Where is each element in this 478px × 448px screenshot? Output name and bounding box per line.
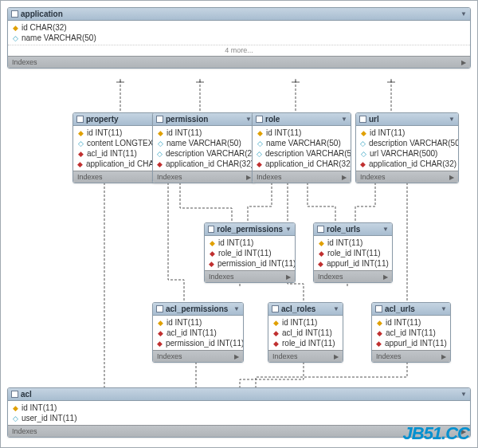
column: ◆role_id INT(11) (268, 338, 343, 348)
table-application[interactable]: application ▼ ◆id CHAR(32) ◇name VARCHAR… (7, 7, 471, 69)
column-text: id INT(11) (167, 318, 202, 327)
column-text: url VARCHAR(500) (370, 149, 437, 158)
collapse-icon[interactable]: ▼ (245, 116, 252, 123)
columns: ◆id INT(11) ◇name VARCHAR(50) ◇descripti… (253, 126, 351, 171)
fk-icon: ◆ (209, 250, 215, 257)
indexes-section[interactable]: Indexes▶ (153, 350, 243, 362)
column-text: name VARCHAR(50) (266, 139, 341, 147)
column-text: acl_id INT(11) (282, 328, 332, 337)
columns: ◆id INT(11) ◇description VARCHAR(50) ◇ur… (356, 126, 458, 171)
table-header[interactable]: acl_permissions▼ (153, 303, 243, 316)
indexes-section[interactable]: Indexes▶ (314, 270, 392, 282)
column-text: acl_id INT(11) (386, 328, 436, 337)
collapse-icon[interactable]: ▼ (449, 116, 455, 123)
table-acl[interactable]: acl▼ ◆id INT(11) ◇user_id INT(11) Indexe… (7, 387, 471, 438)
column: ◇description VARCHAR(200) (153, 148, 255, 159)
collapse-icon[interactable]: ▼ (333, 305, 339, 312)
table-header[interactable]: acl_urls▼ (372, 303, 450, 316)
column-icon: ◇ (157, 140, 163, 147)
table-role[interactable]: role▼ ◆id INT(11) ◇name VARCHAR(50) ◇des… (252, 112, 351, 183)
table-role-permissions[interactable]: role_permissions▼ ◆id INT(11) ◆role_id I… (204, 222, 296, 283)
indexes-section[interactable]: Indexes▶ (268, 350, 343, 362)
column: ◆application_id CHAR(32) (356, 159, 458, 169)
table-icon (156, 305, 163, 312)
expand-icon[interactable]: ▶ (383, 273, 388, 281)
key-icon: ◆ (12, 404, 18, 412)
column-text: id INT(11) (282, 318, 317, 327)
column-text: content LONGTEXT (87, 139, 158, 147)
column-text: description VARCHAR(50) (369, 139, 459, 147)
table-name: property (86, 115, 119, 124)
column-text: user_id INT(11) (22, 414, 76, 422)
indexes-label: Indexes (360, 173, 386, 181)
indexes-section[interactable]: Indexes▶ (372, 350, 450, 362)
collapse-icon[interactable]: ▼ (382, 226, 389, 233)
collapse-icon[interactable]: ▼ (233, 305, 240, 312)
indexes-section[interactable]: Indexes▶ (8, 425, 470, 437)
table-icon (375, 305, 382, 312)
table-acl-permissions[interactable]: acl_permissions▼ ◆id INT(11) ◆acl_id INT… (152, 302, 244, 363)
indexes-label: Indexes (257, 173, 282, 181)
column: ◆acl_id INT(11) (268, 328, 343, 338)
column-text: application_id CHAR(32) (265, 159, 351, 168)
expand-icon[interactable]: ▶ (449, 174, 454, 181)
table-header[interactable]: acl▼ (8, 388, 470, 401)
table-header[interactable]: permission▼ (153, 113, 255, 126)
table-header[interactable]: application ▼ (8, 8, 470, 21)
table-header[interactable]: url▼ (356, 113, 458, 126)
table-acl-urls[interactable]: acl_urls▼ ◆id INT(11) ◆acl_id INT(11) ◆a… (371, 302, 451, 363)
collapse-icon[interactable]: ▼ (460, 10, 467, 18)
table-permission[interactable]: permission▼ ◆id INT(11) ◇name VARCHAR(50… (152, 112, 256, 183)
collapse-icon[interactable]: ▼ (285, 226, 292, 233)
expand-icon[interactable]: ▶ (461, 59, 466, 66)
table-role-urls[interactable]: role_urls▼ ◆id INT(11) ◆role_id INT(11) … (313, 222, 393, 283)
expand-icon[interactable]: ▶ (234, 353, 239, 360)
collapse-icon[interactable]: ▼ (441, 305, 447, 312)
indexes-section[interactable]: Indexes▶ (205, 270, 295, 282)
table-header[interactable]: role▼ (253, 113, 351, 126)
more-indicator[interactable]: 4 more... (8, 45, 470, 56)
expand-icon[interactable]: ▶ (441, 353, 446, 360)
collapse-icon[interactable]: ▼ (341, 116, 347, 123)
table-acl-roles[interactable]: acl_roles▼ ◆id INT(11) ◆acl_id INT(11) ◆… (268, 302, 343, 363)
table-header[interactable]: role_urls▼ (314, 223, 392, 236)
columns: ◆id INT(11) ◆acl_id INT(11) ◆permission_… (153, 316, 243, 350)
indexes-label: Indexes (376, 352, 402, 360)
table-name: acl_permissions (166, 305, 228, 313)
table-icon (11, 391, 18, 398)
expand-icon[interactable]: ▶ (286, 273, 291, 281)
column-text: name VARCHAR(50) (22, 33, 96, 42)
column-text: id INT(11) (327, 238, 362, 247)
key-icon: ◆ (360, 129, 366, 137)
expand-icon[interactable]: ▶ (334, 353, 339, 360)
column: ◇description VARCHAR(50) (253, 148, 351, 159)
key-icon: ◆ (257, 129, 263, 137)
column: ◇name VARCHAR(50) (153, 138, 255, 148)
indexes-section[interactable]: Indexes▶ (153, 171, 255, 183)
expand-icon[interactable]: ▶ (246, 174, 251, 181)
column: ◇name VARCHAR(50) (8, 33, 470, 43)
column: ◆appurl_id INT(11) (314, 258, 392, 269)
column-text: id INT(11) (370, 128, 405, 137)
column-icon: ◇ (157, 150, 163, 158)
collapse-icon[interactable]: ▼ (460, 391, 467, 398)
table-url[interactable]: url▼ ◆id INT(11) ◇description VARCHAR(50… (355, 112, 459, 183)
table-icon (76, 116, 84, 123)
indexes-section[interactable]: Indexes▶ (8, 56, 470, 68)
column: ◆id CHAR(32) (8, 22, 470, 33)
column: ◆role_id INT(11) (314, 248, 392, 258)
table-name: acl_roles (281, 305, 315, 313)
indexes-section[interactable]: Indexes▶ (253, 171, 351, 183)
table-name: application (21, 10, 63, 18)
table-header[interactable]: role_permissions▼ (205, 223, 295, 236)
column-icon: ◇ (77, 140, 84, 147)
expand-icon[interactable]: ▶ (342, 174, 347, 181)
watermark: JB51.CC (403, 423, 469, 444)
indexes-label: Indexes (157, 173, 182, 181)
indexes-section[interactable]: Indexes▶ (356, 171, 458, 183)
column: ◆id INT(11) (268, 317, 343, 328)
column: ◇description VARCHAR(50) (356, 138, 458, 148)
column: ◆application_id CHAR(32) (253, 159, 351, 169)
table-header[interactable]: acl_roles▼ (268, 303, 343, 316)
column-text: appurl_id INT(11) (385, 339, 447, 348)
